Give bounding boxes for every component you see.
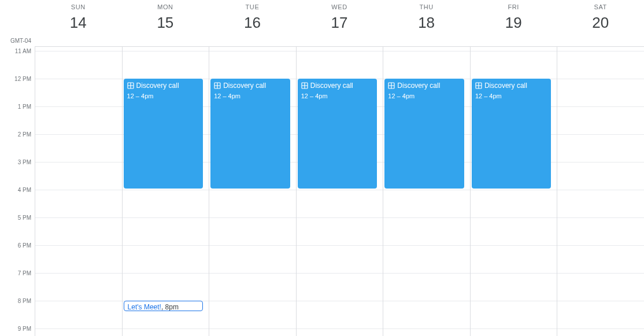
hour-grid-line bbox=[123, 245, 209, 246]
hour-grid-line bbox=[35, 51, 122, 51]
hour-label: 3 PM bbox=[18, 159, 31, 165]
event-title: Discovery call bbox=[310, 82, 353, 90]
day-of-month-label: 14 bbox=[35, 14, 122, 32]
event-time-label: 12 – 4pm bbox=[475, 92, 548, 100]
hour-grid-line bbox=[35, 106, 122, 107]
hour-label: 6 PM bbox=[18, 242, 31, 249]
hour-grid-line bbox=[209, 51, 296, 51]
event-title: Discovery call bbox=[223, 82, 266, 90]
hour-grid-line bbox=[557, 245, 644, 246]
appointment-slot-event[interactable]: Discovery call12 – 4pm bbox=[384, 79, 464, 189]
calendar-event[interactable]: Let's Meet!, 8pm bbox=[124, 301, 203, 311]
hour-grid-line bbox=[471, 217, 557, 218]
appointment-slot-event[interactable]: Discovery call12 – 4pm bbox=[210, 79, 290, 189]
hour-grid-line bbox=[297, 245, 383, 246]
day-of-week-label: FRI bbox=[470, 3, 557, 10]
hour-grid-line bbox=[209, 301, 296, 301]
timezone-gutter: GMT-04 bbox=[0, 0, 35, 46]
event-time-label: 8pm bbox=[165, 303, 179, 311]
day-of-week-label: MON bbox=[122, 3, 209, 10]
day-of-month-label: 15 bbox=[122, 14, 209, 32]
hour-grid-line bbox=[471, 301, 557, 301]
day-of-month-label: 17 bbox=[296, 14, 383, 32]
hour-grid-line bbox=[123, 217, 209, 218]
day-columns: Discovery call12 – 4pmLet's Meet!, 8pm D… bbox=[35, 46, 644, 336]
hour-grid-line bbox=[557, 106, 644, 107]
calendar-grid: 11 AM12 PM1 PM2 PM3 PM4 PM5 PM6 PM7 PM8 … bbox=[0, 46, 644, 336]
appointment-slot-event[interactable]: Discovery call12 – 4pm bbox=[472, 79, 552, 189]
hour-grid-line bbox=[383, 245, 470, 246]
appointment-slot-event[interactable]: Discovery call12 – 4pm bbox=[298, 79, 377, 189]
day-of-month-label: 16 bbox=[209, 14, 296, 32]
hour-grid-line bbox=[557, 134, 644, 135]
event-time-label: 12 – 4pm bbox=[301, 92, 374, 100]
hour-grid-line bbox=[35, 328, 122, 329]
hour-grid-line bbox=[383, 273, 470, 274]
event-title: Discovery call bbox=[397, 82, 440, 90]
hour-grid-line bbox=[35, 134, 122, 135]
hour-grid-line bbox=[209, 328, 296, 329]
hour-grid-line bbox=[557, 162, 644, 163]
hour-grid-line bbox=[557, 217, 644, 218]
day-header-mon[interactable]: MON 15 bbox=[122, 0, 209, 46]
timezone-label: GMT-04 bbox=[10, 38, 31, 44]
day-header-sun[interactable]: SUN 14 bbox=[35, 0, 122, 46]
day-column-wed[interactable]: Discovery call12 – 4pm bbox=[296, 46, 383, 336]
hour-grid-line bbox=[209, 217, 296, 218]
hour-label: 9 PM bbox=[18, 326, 31, 332]
calendar-header-row: GMT-04 SUN 14 MON 15 TUE 16 WED 17 THU 1… bbox=[0, 0, 644, 46]
hour-grid-line bbox=[471, 328, 557, 329]
day-column-sat[interactable] bbox=[557, 46, 644, 336]
day-header-fri[interactable]: FRI 19 bbox=[470, 0, 557, 46]
hour-grid-line bbox=[557, 51, 644, 51]
hour-label: 5 PM bbox=[18, 215, 31, 221]
day-column-fri[interactable]: Discovery call12 – 4pm bbox=[470, 46, 557, 336]
separator: , bbox=[161, 303, 165, 311]
hour-label: 4 PM bbox=[18, 187, 31, 193]
appointment-slot-event[interactable]: Discovery call12 – 4pm bbox=[124, 79, 203, 189]
hour-grid-line bbox=[209, 190, 296, 190]
hour-label: 12 PM bbox=[14, 76, 31, 82]
day-column-mon[interactable]: Discovery call12 – 4pmLet's Meet!, 8pm bbox=[122, 46, 209, 336]
hour-grid-line bbox=[35, 217, 122, 218]
hour-grid-line bbox=[297, 190, 383, 190]
day-of-week-label: TUE bbox=[209, 3, 296, 10]
hour-grid-line bbox=[35, 79, 122, 79]
hour-grid-line bbox=[557, 190, 644, 190]
appointment-block-icon bbox=[127, 82, 134, 91]
appointment-block-icon bbox=[475, 82, 482, 91]
hour-grid-line bbox=[471, 273, 557, 274]
day-of-week-label: SAT bbox=[557, 3, 644, 10]
day-of-month-label: 18 bbox=[383, 14, 470, 32]
hour-grid-line bbox=[557, 301, 644, 301]
hour-grid-line bbox=[557, 328, 644, 329]
hour-grid-line bbox=[35, 162, 122, 163]
event-title: Let's Meet! bbox=[128, 303, 161, 311]
appointment-block-icon bbox=[301, 82, 308, 91]
event-title: Discovery call bbox=[484, 82, 527, 90]
hour-grid-line bbox=[123, 51, 209, 51]
day-header-sat[interactable]: SAT 20 bbox=[557, 0, 644, 46]
hour-label: 8 PM bbox=[18, 298, 31, 304]
day-header-thu[interactable]: THU 18 bbox=[383, 0, 470, 46]
day-of-month-label: 19 bbox=[470, 14, 557, 32]
day-of-month-label: 20 bbox=[557, 14, 644, 32]
hour-grid-line bbox=[35, 245, 122, 246]
day-header-tue[interactable]: TUE 16 bbox=[209, 0, 296, 46]
hour-grid-line bbox=[35, 190, 122, 190]
hour-grid-line bbox=[471, 190, 557, 190]
hour-grid-line bbox=[471, 51, 557, 51]
day-header-wed[interactable]: WED 17 bbox=[296, 0, 383, 46]
hour-grid-line bbox=[209, 245, 296, 246]
hour-grid-line bbox=[557, 79, 644, 79]
hour-label: 7 PM bbox=[18, 270, 31, 276]
hour-grid-line bbox=[209, 273, 296, 274]
hour-grid-line bbox=[297, 301, 383, 301]
day-column-sun[interactable] bbox=[35, 46, 122, 336]
hour-grid-line bbox=[297, 217, 383, 218]
day-column-thu[interactable]: Discovery call12 – 4pm bbox=[383, 46, 470, 336]
hour-grid-line bbox=[383, 51, 470, 51]
day-column-tue[interactable]: Discovery call12 – 4pm bbox=[209, 46, 296, 336]
hour-grid-line bbox=[383, 328, 470, 329]
calendar-week-view: GMT-04 SUN 14 MON 15 TUE 16 WED 17 THU 1… bbox=[0, 0, 644, 336]
